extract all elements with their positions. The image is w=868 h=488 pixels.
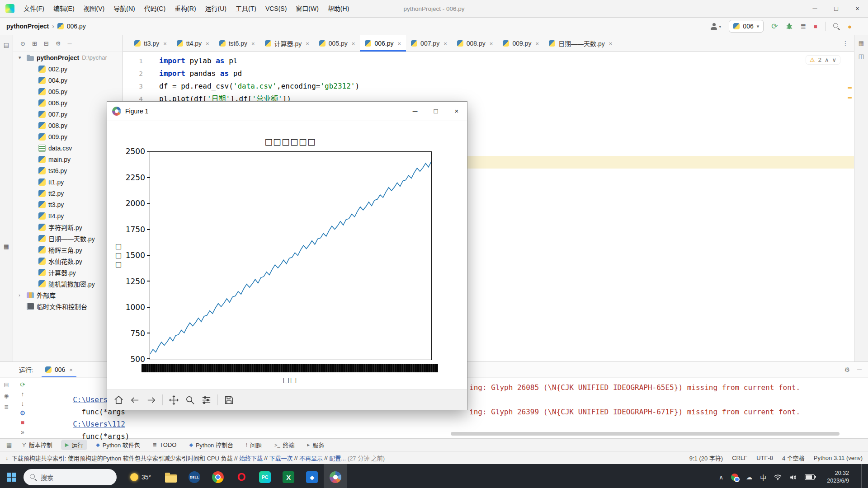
configure-subplots-button[interactable] — [201, 395, 212, 405]
editor-tab[interactable]: tt3.py × — [129, 35, 172, 52]
tab-close-icon[interactable]: × — [251, 40, 255, 47]
settings-icon[interactable]: ⚙ — [56, 40, 61, 47]
tab-close-icon[interactable]: × — [490, 40, 493, 47]
figure-title-bar[interactable]: Figure 1 ─ □ × — [107, 102, 467, 121]
status-widget[interactable]: Python 3.11 (venv) — [814, 455, 863, 461]
menu-item[interactable]: 导航(N) — [109, 0, 139, 17]
project-file[interactable]: 水仙花数.py — [13, 255, 123, 267]
debug-button[interactable] — [786, 23, 793, 30]
editor-tab[interactable]: tt4.py × — [172, 35, 214, 52]
project-file[interactable]: tt4.py — [13, 210, 123, 221]
toolwindow-button[interactable]: ! 问题 — [242, 440, 266, 450]
tab-options-icon[interactable]: ⋮ — [837, 40, 854, 47]
back-button[interactable] — [130, 395, 140, 405]
tab-close-icon[interactable]: × — [352, 40, 355, 47]
editor-tab[interactable]: 007.py × — [406, 35, 452, 52]
project-file[interactable]: 004.py — [13, 75, 123, 86]
console-horizontal-scrollbar[interactable] — [451, 432, 840, 436]
toolwindow-button[interactable]: ▸ 服务 — [303, 440, 329, 450]
figure-minimize-button[interactable]: ─ — [405, 102, 425, 121]
run-configuration-select[interactable]: 006 ▾ — [729, 20, 764, 33]
menu-item[interactable]: VCS(S) — [261, 0, 291, 17]
project-file[interactable]: 日期——天数.py — [13, 233, 123, 244]
show-desktop-button[interactable] — [861, 464, 866, 488]
weather-widget[interactable]: 35° — [125, 473, 156, 481]
scroll-down-icon[interactable]: ↓ — [21, 399, 24, 408]
project-file[interactable]: tt2.py — [13, 188, 123, 199]
tool-windows-icon[interactable]: ▦ — [4, 441, 14, 448]
project-file[interactable]: main.py — [13, 154, 123, 165]
collapse-all-icon[interactable]: ⊟ — [44, 40, 49, 47]
project-file[interactable]: tst6.py — [13, 165, 123, 176]
project-file[interactable]: 007.py — [13, 108, 123, 120]
project-icon[interactable]: ▤ — [0, 42, 13, 48]
menu-item[interactable]: 帮助(H) — [323, 0, 354, 17]
menu-item[interactable]: 视图(V) — [79, 0, 109, 17]
status-link[interactable]: 始终下载 — [239, 454, 263, 462]
project-file[interactable]: tt3.py — [13, 199, 123, 210]
matplotlib-figure-window[interactable]: Figure 1 ─ □ × □□□□□□ 250022502000175015… — [107, 101, 467, 410]
breadcrumb-file[interactable]: 006.py — [67, 23, 86, 30]
search-everywhere-button[interactable] — [833, 23, 840, 30]
editor-tab[interactable]: 计算器.py × — [260, 35, 314, 52]
profiler-button[interactable]: ≣ — [801, 22, 807, 30]
taskbar-clock[interactable]: 20:32 2023/6/9 — [822, 469, 854, 485]
status-widget[interactable]: CRLF — [732, 455, 747, 461]
tab-close-icon[interactable]: × — [398, 40, 401, 47]
scroll-up-icon[interactable]: ↑ — [21, 390, 24, 399]
onedrive-cloud-icon[interactable]: ☁ — [746, 474, 752, 481]
taskbar-search[interactable]: 搜索 — [24, 469, 117, 485]
ime-indicator[interactable]: 中 — [760, 473, 766, 482]
window-close-button[interactable]: × — [847, 0, 868, 17]
tab-close-icon[interactable]: × — [306, 40, 309, 47]
taskbar-chrome[interactable] — [206, 464, 230, 488]
editor-tab[interactable]: 日期——天数.py × — [544, 35, 617, 52]
database-icon[interactable]: ◫ — [859, 53, 864, 60]
project-file[interactable]: 005.py — [13, 86, 123, 97]
chrome-tray-icon[interactable] — [731, 474, 738, 481]
menu-item[interactable]: 文件(F) — [19, 0, 49, 17]
menu-item[interactable]: 重构(R) — [170, 0, 200, 17]
taskbar-matplotlib-figure[interactable] — [324, 464, 347, 488]
project-file[interactable]: 006.py — [13, 97, 123, 108]
notifications-icon[interactable]: ▦ — [859, 40, 864, 47]
toolwindow-button[interactable]: ≣ TODO — [149, 440, 181, 450]
chevron-down-icon[interactable]: ▾ — [19, 55, 24, 61]
volume-icon[interactable] — [789, 474, 797, 480]
stop-button[interactable]: ■ — [814, 23, 817, 30]
project-node[interactable]: › 外部库 — [13, 289, 123, 300]
rerun-icon[interactable]: ⟳ — [20, 380, 25, 389]
project-file[interactable]: data.csv — [13, 142, 123, 154]
battery-icon[interactable] — [805, 474, 815, 480]
project-file[interactable]: 002.py — [13, 63, 123, 75]
close-icon[interactable]: × — [69, 366, 73, 373]
project-node[interactable]: 临时文件和控制台 — [13, 300, 123, 312]
project-file[interactable]: 009.py — [13, 131, 123, 142]
save-button[interactable] — [224, 395, 234, 405]
window-minimize-button[interactable]: ─ — [804, 0, 826, 17]
more-icon[interactable]: » — [21, 428, 24, 436]
taskbar-dell-app[interactable]: DELL — [183, 464, 206, 488]
project-file[interactable]: 随机凯撒加密.py — [13, 278, 123, 289]
todo-icon[interactable]: ≣ — [4, 404, 9, 410]
expand-all-icon[interactable]: ⊞ — [32, 40, 37, 47]
project-file[interactable]: 008.py — [13, 120, 123, 131]
hide-icon[interactable]: ─ — [857, 366, 862, 373]
status-widget[interactable]: 9:1 (20 字符) — [689, 454, 723, 462]
editor-tab[interactable]: 009.py × — [498, 35, 544, 52]
structure-icon[interactable]: ▦ — [0, 243, 13, 250]
wifi-icon[interactable] — [774, 474, 782, 480]
menu-item[interactable]: 运行(U) — [201, 0, 231, 17]
pan-button[interactable] — [169, 395, 179, 405]
record-indicator[interactable]: ● — [848, 23, 852, 30]
account-button[interactable]: ▾ — [710, 23, 721, 30]
tray-expand-icon[interactable]: ∧ — [719, 474, 723, 481]
tab-close-icon[interactable]: × — [535, 40, 539, 47]
chevron-right-icon[interactable]: › — [19, 292, 24, 298]
prev-problem-icon[interactable]: ∧ — [825, 56, 829, 63]
tab-close-icon[interactable]: × — [206, 40, 209, 47]
toolwindow-button[interactable]: ◆ Python 控制台 — [185, 440, 237, 450]
menu-item[interactable]: 编辑(E) — [49, 0, 79, 17]
status-link[interactable]: 配置... — [329, 454, 346, 462]
figure-close-button[interactable]: × — [446, 102, 467, 121]
